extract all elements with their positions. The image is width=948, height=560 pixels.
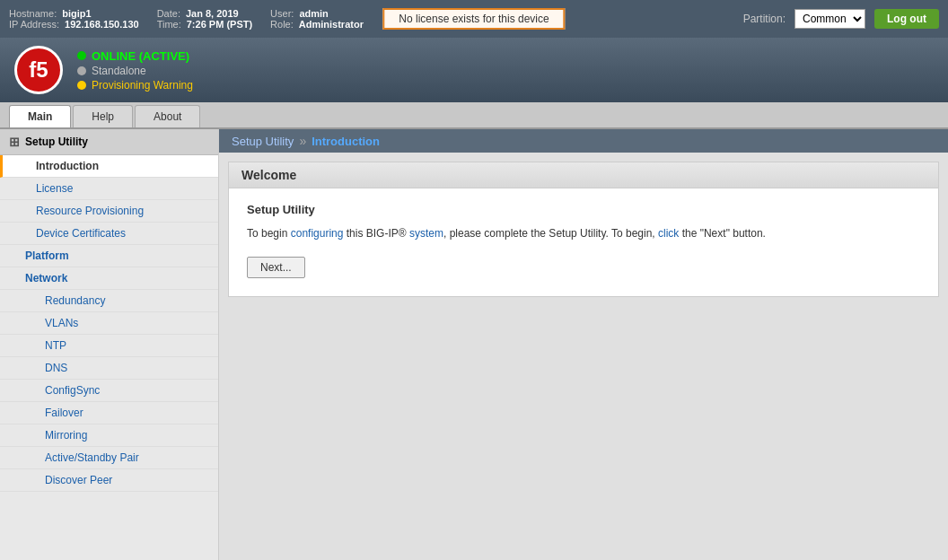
status-online: ONLINE (ACTIVE) (77, 49, 193, 63)
standalone-indicator (77, 66, 86, 75)
breadcrumb-current: Introduction (312, 135, 380, 148)
sidebar-item-ntp[interactable]: NTP (0, 335, 218, 357)
status-block: ONLINE (ACTIVE) Standalone Provisioning … (77, 49, 193, 92)
sidebar-item-license[interactable]: License (0, 178, 218, 200)
datetime-group: Date: Jan 8, 2019 Time: 7:26 PM (PST) (157, 8, 252, 30)
sidebar-item-failover[interactable]: Failover (0, 402, 218, 424)
partition-label: Partition: (743, 13, 786, 25)
panel-title: Welcome (229, 162, 938, 188)
panel-body: Setup Utility To begin configuring this … (229, 188, 938, 296)
warning-indicator (77, 81, 86, 90)
next-button[interactable]: Next... (247, 257, 305, 278)
tab-about[interactable]: About (135, 105, 200, 127)
sidebar-item-discover-peer[interactable]: Discover Peer (0, 469, 218, 492)
system-info: Hostname: bigip1 IP Address: 192.168.150… (9, 8, 364, 30)
sidebar-item-configsync[interactable]: ConfigSync (0, 380, 218, 402)
setup-utility-desc: To begin configuring this BIG-IP® system… (247, 225, 920, 242)
content-area: Setup Utility » Introduction Welcome Set… (219, 129, 948, 560)
hostname-group: Hostname: bigip1 IP Address: 192.168.150… (9, 8, 139, 30)
sidebar-expand-icon[interactable]: ⊞ (9, 135, 20, 149)
license-warning: No license exists for this device (382, 8, 565, 30)
time-value: 7:26 PM (PST) (187, 19, 252, 30)
top-bar: Hostname: bigip1 IP Address: 192.168.150… (0, 0, 948, 38)
ip-label: IP Address: (9, 19, 59, 30)
user-group: User: admin Role: Administrator (270, 8, 364, 30)
sidebar-item-dns[interactable]: DNS (0, 357, 218, 380)
status-standalone: Standalone (77, 65, 193, 77)
user-label: User: (270, 8, 294, 19)
date-value: Jan 8, 2019 (186, 8, 239, 19)
breadcrumb: Setup Utility » Introduction (219, 129, 948, 153)
status-warning: Provisioning Warning (77, 79, 193, 92)
hostname-value: bigip1 (62, 8, 91, 19)
ip-value: 192.168.150.130 (65, 19, 139, 30)
date-label: Date: (157, 8, 180, 19)
sidebar-item-redundancy[interactable]: Redundancy (0, 290, 218, 312)
user-value: admin (299, 8, 328, 19)
nav-tabs: Main Help About (0, 102, 948, 129)
sidebar-item-vlans[interactable]: VLANs (0, 312, 218, 335)
click-link[interactable]: click (658, 227, 679, 240)
app-header: f5 ONLINE (ACTIVE) Standalone Provisioni… (0, 38, 948, 102)
sidebar-item-introduction[interactable]: Introduction (0, 155, 218, 178)
tab-main[interactable]: Main (9, 105, 71, 127)
sidebar-item-device-certificates[interactable]: Device Certificates (0, 223, 218, 245)
breadcrumb-parent[interactable]: Setup Utility (232, 135, 294, 148)
system-link[interactable]: system (409, 227, 443, 240)
tab-help[interactable]: Help (73, 105, 133, 127)
role-label: Role: (270, 19, 294, 30)
f5-logo: f5 (14, 46, 63, 94)
sidebar: ⊞ Setup Utility Introduction License Res… (0, 129, 219, 560)
sidebar-item-network[interactable]: Network (0, 267, 218, 290)
configuring-link[interactable]: configuring (291, 227, 344, 240)
sidebar-item-platform[interactable]: Platform (0, 245, 218, 267)
sidebar-item-resource-provisioning[interactable]: Resource Provisioning (0, 200, 218, 223)
main-layout: ⊞ Setup Utility Introduction License Res… (0, 129, 948, 560)
sidebar-item-active-standby-pair[interactable]: Active/Standby Pair (0, 447, 218, 469)
logout-button[interactable]: Log out (874, 9, 939, 29)
setup-utility-title: Setup Utility (247, 203, 920, 216)
time-label: Time: (157, 19, 181, 30)
sidebar-header: ⊞ Setup Utility (0, 129, 218, 155)
sidebar-item-mirroring[interactable]: Mirroring (0, 424, 218, 447)
hostname-label: Hostname: (9, 8, 57, 19)
role-value: Administrator (299, 19, 364, 30)
breadcrumb-arrow: » (299, 134, 306, 148)
sidebar-title: Setup Utility (25, 136, 88, 148)
top-right-controls: Partition: Common Log out (743, 9, 939, 29)
welcome-panel: Welcome Setup Utility To begin configuri… (228, 162, 939, 297)
online-indicator (77, 51, 86, 60)
partition-select[interactable]: Common (794, 9, 865, 29)
